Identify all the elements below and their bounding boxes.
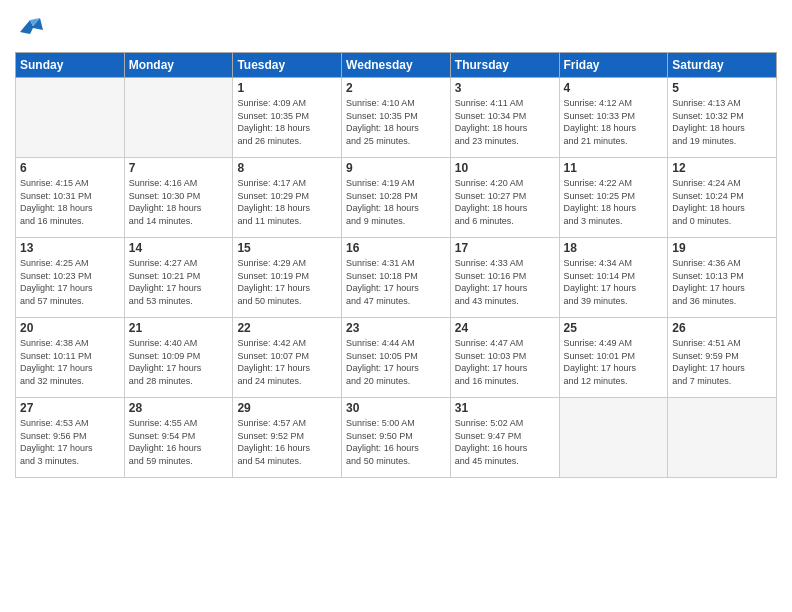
- day-number: 20: [20, 321, 120, 335]
- calendar-cell: 4Sunrise: 4:12 AM Sunset: 10:33 PM Dayli…: [559, 78, 668, 158]
- week-row-1: 6Sunrise: 4:15 AM Sunset: 10:31 PM Dayli…: [16, 158, 777, 238]
- day-number: 31: [455, 401, 555, 415]
- day-info: Sunrise: 4:10 AM Sunset: 10:35 PM Daylig…: [346, 97, 446, 147]
- weekday-header-monday: Monday: [124, 53, 233, 78]
- day-info: Sunrise: 4:13 AM Sunset: 10:32 PM Daylig…: [672, 97, 772, 147]
- day-info: Sunrise: 5:02 AM Sunset: 9:47 PM Dayligh…: [455, 417, 555, 467]
- calendar-cell: 30Sunrise: 5:00 AM Sunset: 9:50 PM Dayli…: [342, 398, 451, 478]
- week-row-4: 27Sunrise: 4:53 AM Sunset: 9:56 PM Dayli…: [16, 398, 777, 478]
- day-info: Sunrise: 4:36 AM Sunset: 10:13 PM Daylig…: [672, 257, 772, 307]
- day-number: 3: [455, 81, 555, 95]
- day-info: Sunrise: 4:38 AM Sunset: 10:11 PM Daylig…: [20, 337, 120, 387]
- bird-icon: [15, 12, 45, 46]
- day-info: Sunrise: 4:17 AM Sunset: 10:29 PM Daylig…: [237, 177, 337, 227]
- day-info: Sunrise: 4:20 AM Sunset: 10:27 PM Daylig…: [455, 177, 555, 227]
- calendar-cell: 7Sunrise: 4:16 AM Sunset: 10:30 PM Dayli…: [124, 158, 233, 238]
- calendar-cell: 6Sunrise: 4:15 AM Sunset: 10:31 PM Dayli…: [16, 158, 125, 238]
- day-number: 28: [129, 401, 229, 415]
- weekday-header-friday: Friday: [559, 53, 668, 78]
- week-row-2: 13Sunrise: 4:25 AM Sunset: 10:23 PM Dayl…: [16, 238, 777, 318]
- day-info: Sunrise: 4:44 AM Sunset: 10:05 PM Daylig…: [346, 337, 446, 387]
- calendar-cell: 27Sunrise: 4:53 AM Sunset: 9:56 PM Dayli…: [16, 398, 125, 478]
- calendar-cell: 19Sunrise: 4:36 AM Sunset: 10:13 PM Dayl…: [668, 238, 777, 318]
- day-info: Sunrise: 4:51 AM Sunset: 9:59 PM Dayligh…: [672, 337, 772, 387]
- day-number: 7: [129, 161, 229, 175]
- calendar-cell: 17Sunrise: 4:33 AM Sunset: 10:16 PM Dayl…: [450, 238, 559, 318]
- calendar-cell: 1Sunrise: 4:09 AM Sunset: 10:35 PM Dayli…: [233, 78, 342, 158]
- calendar-cell: 15Sunrise: 4:29 AM Sunset: 10:19 PM Dayl…: [233, 238, 342, 318]
- day-number: 22: [237, 321, 337, 335]
- calendar-cell: 31Sunrise: 5:02 AM Sunset: 9:47 PM Dayli…: [450, 398, 559, 478]
- day-number: 14: [129, 241, 229, 255]
- calendar-cell: 8Sunrise: 4:17 AM Sunset: 10:29 PM Dayli…: [233, 158, 342, 238]
- day-number: 30: [346, 401, 446, 415]
- calendar-cell: 26Sunrise: 4:51 AM Sunset: 9:59 PM Dayli…: [668, 318, 777, 398]
- calendar-cell: 2Sunrise: 4:10 AM Sunset: 10:35 PM Dayli…: [342, 78, 451, 158]
- calendar-cell: 29Sunrise: 4:57 AM Sunset: 9:52 PM Dayli…: [233, 398, 342, 478]
- calendar-cell: 23Sunrise: 4:44 AM Sunset: 10:05 PM Dayl…: [342, 318, 451, 398]
- weekday-header-tuesday: Tuesday: [233, 53, 342, 78]
- day-number: 2: [346, 81, 446, 95]
- day-info: Sunrise: 4:33 AM Sunset: 10:16 PM Daylig…: [455, 257, 555, 307]
- day-number: 26: [672, 321, 772, 335]
- day-number: 18: [564, 241, 664, 255]
- day-number: 1: [237, 81, 337, 95]
- day-info: Sunrise: 4:25 AM Sunset: 10:23 PM Daylig…: [20, 257, 120, 307]
- day-number: 9: [346, 161, 446, 175]
- day-number: 6: [20, 161, 120, 175]
- day-info: Sunrise: 4:09 AM Sunset: 10:35 PM Daylig…: [237, 97, 337, 147]
- day-info: Sunrise: 4:19 AM Sunset: 10:28 PM Daylig…: [346, 177, 446, 227]
- calendar-cell: 12Sunrise: 4:24 AM Sunset: 10:24 PM Dayl…: [668, 158, 777, 238]
- day-info: Sunrise: 4:49 AM Sunset: 10:01 PM Daylig…: [564, 337, 664, 387]
- calendar-cell: 28Sunrise: 4:55 AM Sunset: 9:54 PM Dayli…: [124, 398, 233, 478]
- day-number: 25: [564, 321, 664, 335]
- day-info: Sunrise: 4:53 AM Sunset: 9:56 PM Dayligh…: [20, 417, 120, 467]
- calendar-cell: 21Sunrise: 4:40 AM Sunset: 10:09 PM Dayl…: [124, 318, 233, 398]
- calendar-cell: 18Sunrise: 4:34 AM Sunset: 10:14 PM Dayl…: [559, 238, 668, 318]
- calendar-cell: [124, 78, 233, 158]
- day-number: 19: [672, 241, 772, 255]
- day-info: Sunrise: 4:57 AM Sunset: 9:52 PM Dayligh…: [237, 417, 337, 467]
- day-number: 23: [346, 321, 446, 335]
- day-info: Sunrise: 4:24 AM Sunset: 10:24 PM Daylig…: [672, 177, 772, 227]
- day-info: Sunrise: 4:42 AM Sunset: 10:07 PM Daylig…: [237, 337, 337, 387]
- day-number: 8: [237, 161, 337, 175]
- day-number: 15: [237, 241, 337, 255]
- week-row-0: 1Sunrise: 4:09 AM Sunset: 10:35 PM Dayli…: [16, 78, 777, 158]
- calendar-cell: 11Sunrise: 4:22 AM Sunset: 10:25 PM Dayl…: [559, 158, 668, 238]
- day-info: Sunrise: 4:34 AM Sunset: 10:14 PM Daylig…: [564, 257, 664, 307]
- calendar-cell: 5Sunrise: 4:13 AM Sunset: 10:32 PM Dayli…: [668, 78, 777, 158]
- weekday-header-sunday: Sunday: [16, 53, 125, 78]
- day-info: Sunrise: 4:27 AM Sunset: 10:21 PM Daylig…: [129, 257, 229, 307]
- day-info: Sunrise: 5:00 AM Sunset: 9:50 PM Dayligh…: [346, 417, 446, 467]
- weekday-header-wednesday: Wednesday: [342, 53, 451, 78]
- day-info: Sunrise: 4:12 AM Sunset: 10:33 PM Daylig…: [564, 97, 664, 147]
- calendar-cell: [16, 78, 125, 158]
- calendar-cell: 24Sunrise: 4:47 AM Sunset: 10:03 PM Dayl…: [450, 318, 559, 398]
- calendar-cell: [559, 398, 668, 478]
- day-info: Sunrise: 4:16 AM Sunset: 10:30 PM Daylig…: [129, 177, 229, 227]
- day-number: 29: [237, 401, 337, 415]
- day-number: 27: [20, 401, 120, 415]
- calendar-cell: 10Sunrise: 4:20 AM Sunset: 10:27 PM Dayl…: [450, 158, 559, 238]
- week-row-3: 20Sunrise: 4:38 AM Sunset: 10:11 PM Dayl…: [16, 318, 777, 398]
- weekday-header-row: SundayMondayTuesdayWednesdayThursdayFrid…: [16, 53, 777, 78]
- weekday-header-saturday: Saturday: [668, 53, 777, 78]
- day-number: 17: [455, 241, 555, 255]
- calendar-cell: 13Sunrise: 4:25 AM Sunset: 10:23 PM Dayl…: [16, 238, 125, 318]
- header: [15, 10, 777, 46]
- day-info: Sunrise: 4:31 AM Sunset: 10:18 PM Daylig…: [346, 257, 446, 307]
- calendar-cell: 25Sunrise: 4:49 AM Sunset: 10:01 PM Dayl…: [559, 318, 668, 398]
- day-info: Sunrise: 4:11 AM Sunset: 10:34 PM Daylig…: [455, 97, 555, 147]
- day-number: 12: [672, 161, 772, 175]
- calendar: SundayMondayTuesdayWednesdayThursdayFrid…: [15, 52, 777, 478]
- day-info: Sunrise: 4:47 AM Sunset: 10:03 PM Daylig…: [455, 337, 555, 387]
- calendar-cell: 9Sunrise: 4:19 AM Sunset: 10:28 PM Dayli…: [342, 158, 451, 238]
- day-info: Sunrise: 4:40 AM Sunset: 10:09 PM Daylig…: [129, 337, 229, 387]
- day-number: 21: [129, 321, 229, 335]
- day-number: 16: [346, 241, 446, 255]
- day-number: 5: [672, 81, 772, 95]
- weekday-header-thursday: Thursday: [450, 53, 559, 78]
- day-number: 10: [455, 161, 555, 175]
- calendar-cell: 16Sunrise: 4:31 AM Sunset: 10:18 PM Dayl…: [342, 238, 451, 318]
